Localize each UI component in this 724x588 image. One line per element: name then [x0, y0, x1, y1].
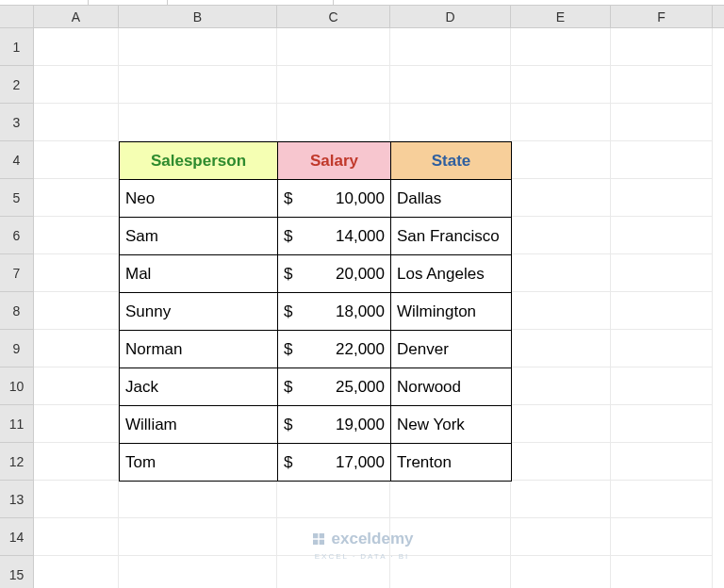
- table-row: Jack$25,000Norwood: [120, 368, 512, 406]
- watermark: exceldemy EXCEL · DATA · BI: [0, 530, 724, 561]
- table-row: Neo$10,000Dallas: [120, 180, 512, 218]
- cell-salary[interactable]: $22,000: [278, 331, 391, 368]
- row-header[interactable]: 10: [0, 368, 33, 405]
- cell-state[interactable]: New York: [391, 406, 512, 444]
- cell-state[interactable]: Wilmington: [391, 293, 512, 331]
- header-state[interactable]: State: [391, 142, 512, 180]
- header-salary[interactable]: Salary: [278, 142, 391, 180]
- col-header[interactable]: A: [34, 6, 119, 27]
- row-header[interactable]: 5: [0, 179, 33, 217]
- table-row: William$19,000New York: [120, 406, 512, 444]
- cell-state[interactable]: San Francisco: [391, 218, 512, 255]
- cell-salesperson[interactable]: Norman: [120, 331, 278, 368]
- row-header[interactable]: 7: [0, 254, 33, 292]
- row-headers: 1 2 3 4 5 6 7 8 9 10 11 12 13 14 15: [0, 6, 34, 588]
- spreadsheet: 1 2 3 4 5 6 7 8 9 10 11 12 13 14 15 A B …: [0, 6, 724, 588]
- row-header[interactable]: 9: [0, 330, 33, 368]
- data-table: Salesperson Salary State Neo$10,000Dalla…: [119, 141, 512, 482]
- grid-area[interactable]: Salesperson Salary State Neo$10,000Dalla…: [34, 28, 724, 588]
- cell-salesperson[interactable]: Sam: [120, 218, 278, 255]
- col-header[interactable]: C: [277, 6, 390, 27]
- cell-salary[interactable]: $19,000: [278, 406, 391, 444]
- cell-salary[interactable]: $14,000: [278, 218, 391, 255]
- cell-salary[interactable]: $18,000: [278, 293, 391, 331]
- table-row: Sunny$18,000Wilmington: [120, 293, 512, 331]
- cell-state[interactable]: Los Angeles: [391, 255, 512, 293]
- row-header[interactable]: 6: [0, 217, 33, 254]
- cell-salary[interactable]: $20,000: [278, 255, 391, 293]
- cell-salesperson[interactable]: William: [120, 406, 278, 444]
- row-header[interactable]: 13: [0, 481, 33, 518]
- cell-state[interactable]: Denver: [391, 331, 512, 368]
- col-header[interactable]: B: [119, 6, 277, 27]
- col-header[interactable]: F: [611, 6, 713, 27]
- select-all-corner[interactable]: [0, 6, 33, 28]
- watermark-brand: exceldemy: [332, 530, 414, 548]
- column-headers: A B C D E F: [34, 6, 724, 28]
- cell-salesperson[interactable]: Mal: [120, 255, 278, 293]
- row-header[interactable]: 12: [0, 443, 33, 481]
- table-row: Mal$20,000Los Angeles: [120, 255, 512, 293]
- logo-icon: [311, 531, 326, 547]
- col-header[interactable]: D: [390, 6, 511, 27]
- cell-salary[interactable]: $25,000: [278, 368, 391, 406]
- row-header[interactable]: 3: [0, 104, 33, 141]
- cell-salesperson[interactable]: Neo: [120, 180, 278, 218]
- row-header[interactable]: 2: [0, 66, 33, 104]
- col-header[interactable]: E: [511, 6, 611, 27]
- cell-state[interactable]: Trenton: [391, 444, 512, 482]
- table-row: Tom$17,000Trenton: [120, 444, 512, 482]
- cell-salesperson[interactable]: Jack: [120, 368, 278, 406]
- cell-salesperson[interactable]: Tom: [120, 444, 278, 482]
- row-header[interactable]: 8: [0, 292, 33, 330]
- row-header[interactable]: 11: [0, 405, 33, 443]
- cell-salesperson[interactable]: Sunny: [120, 293, 278, 331]
- header-salesperson[interactable]: Salesperson: [120, 142, 278, 180]
- table-header-row: Salesperson Salary State: [120, 142, 512, 180]
- table-row: Sam$14,000San Francisco: [120, 218, 512, 255]
- cell-salary[interactable]: $17,000: [278, 444, 391, 482]
- cell-state[interactable]: Dallas: [391, 180, 512, 218]
- watermark-tagline: EXCEL · DATA · BI: [0, 552, 724, 561]
- table-row: Norman$22,000Denver: [120, 331, 512, 368]
- row-header[interactable]: 15: [0, 556, 33, 588]
- row-header[interactable]: 4: [0, 141, 33, 179]
- row-header[interactable]: 1: [0, 28, 33, 66]
- cell-salary[interactable]: $10,000: [278, 180, 391, 218]
- cell-state[interactable]: Norwood: [391, 368, 512, 406]
